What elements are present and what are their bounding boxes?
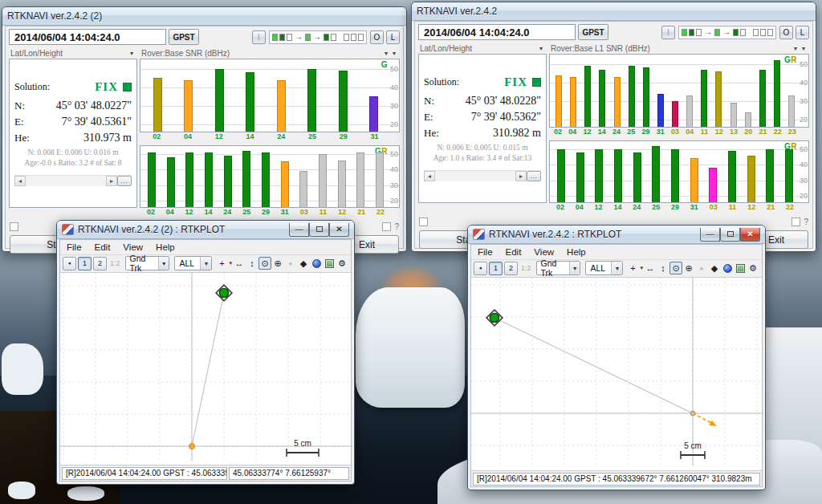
sat-label: 21 [755,128,770,137]
menu-view[interactable]: View [534,247,554,257]
menu-file[interactable]: File [478,247,493,257]
satellite-filter-dropdown[interactable]: ALL▼ [174,256,212,270]
menu-help[interactable]: Help [156,242,175,252]
plot-type-dropdown[interactable]: Gnd Trk▼ [536,261,581,275]
options-icon[interactable]: ⚙ [747,262,759,274]
chevron-down-icon[interactable]: ▾ [382,50,390,57]
maximize-button[interactable] [309,223,329,237]
animation-icon[interactable]: ◆ [297,257,310,270]
menu-view[interactable]: View [123,242,143,252]
solution-status: FIX [504,75,527,89]
chevron-down-icon[interactable]: ▾ [791,45,800,52]
input-stream-button[interactable]: I [661,26,675,39]
fit-horizontal-icon[interactable]: ↔ [644,262,657,274]
map-view-icon[interactable] [734,262,747,274]
help-icon[interactable]: ? [394,222,399,231]
solution-indicator [123,83,132,91]
chevron-down-icon[interactable]: ▾ [800,45,808,52]
sat-label: 14 [234,132,266,142]
minimize-button[interactable]: — [700,228,720,242]
fit-vertical-icon[interactable]: ↕ [657,262,669,274]
center-origin-icon[interactable]: ⊙ [258,257,271,270]
maximize-button[interactable] [720,228,740,242]
scroll-left-icon[interactable]: ◂ [424,171,435,181]
fit-horizontal-icon[interactable]: ↔ [233,257,246,270]
snr-panel-header[interactable]: Rover:Base SNR (dBHz)▾▾ [140,47,400,59]
minimize-button[interactable]: — [289,223,309,237]
help-icon[interactable]: ? [804,217,808,226]
show-point-icon[interactable]: ● [284,257,297,270]
titlebar[interactable]: RTKNAVI ver.2.4.2 [412,2,816,21]
arrow-icon: → [704,28,712,36]
status-bar: [R]2014/06/04 14:04:24.00 GPST : 45.0633… [60,465,351,481]
height-value: 310.973 m [83,132,132,144]
close-button[interactable]: ✕ [740,228,760,242]
show-point-icon[interactable]: ● [695,262,708,274]
more-button[interactable]: ... [117,176,132,186]
more-button[interactable]: ... [527,171,541,181]
google-earth-icon[interactable] [310,257,323,270]
chevron-down-icon[interactable]: ▾ [537,45,545,52]
solution1-button[interactable]: 1 [78,257,92,270]
titlebar[interactable]: RTKNAVI ver.2.4.2 (2) : RTKPLOT — ✕ [57,221,354,239]
stream-cell-off [331,34,336,41]
snr-bar-21 [766,149,774,202]
sat-label: 22 [780,203,800,213]
scroll-right-icon[interactable]: ▸ [106,176,117,186]
google-earth-icon[interactable] [721,262,734,274]
log-stream-button[interactable]: L [386,30,400,44]
output-stream-button[interactable]: O [779,26,793,39]
menu-edit[interactable]: Edit [506,247,522,257]
sat-label: 31 [275,208,295,217]
snr-panel-header[interactable]: Rover:Base L1 SNR (dBHz)▾▾ [549,43,809,54]
plot-type-dropdown[interactable]: Gnd Trk▼ [125,256,170,270]
stream-status-indicator: →→ [269,30,367,44]
titlebar[interactable]: RTKNAVI ver.2.4.2 : RTKPLOT — ✕ [468,226,765,244]
scroll-left-icon[interactable]: ◂ [14,176,26,186]
time-system-button[interactable]: GPST [169,29,199,45]
tray-square-icon[interactable] [382,222,391,231]
drag-mode-icon[interactable]: + [626,262,639,274]
horizontal-scrollbar[interactable]: ◂▸... [424,170,541,182]
scroll-right-icon[interactable]: ▸ [515,171,527,181]
ground-track-plot[interactable]: 5 cm [60,273,351,465]
options-icon[interactable]: ⚙ [336,257,348,270]
menu-edit[interactable]: Edit [95,242,111,252]
input-stream-button[interactable]: I [252,30,266,44]
menu-file[interactable]: File [67,242,82,252]
animation-icon[interactable]: ◆ [708,262,721,274]
dropdown-caret-icon[interactable]: ▾ [229,260,232,266]
dropdown-caret-icon[interactable]: ▾ [640,265,643,271]
snr-bar-14 [246,72,254,132]
solution-toggle-button[interactable]: ▪ [63,257,76,270]
window-controls: — ✕ [700,228,760,242]
solution-panel-header[interactable]: Lat/Lon/Height▾ [9,47,137,59]
titlebar[interactable]: RTKNAVI ver.2.4.2 (2) [2,7,406,26]
fix-center-icon[interactable]: ⊕ [682,262,695,274]
snr-bar-20 [745,112,751,127]
horizontal-scrollbar[interactable]: ◂▸... [14,175,132,187]
solution1-button[interactable]: 1 [489,262,503,275]
chevron-down-icon[interactable]: ▾ [390,50,398,57]
solution2-button[interactable]: 2 [93,257,107,270]
map-view-icon[interactable] [323,257,336,270]
menu-help[interactable]: Help [567,247,586,257]
solution2-button[interactable]: 2 [504,262,518,275]
output-stream-button[interactable]: O [370,30,384,44]
tray-square-icon[interactable] [791,217,800,226]
fix-center-icon[interactable]: ⊕ [271,257,284,270]
time-system-button[interactable]: GPST [578,24,608,40]
drag-mode-icon[interactable]: + [215,257,228,270]
satellite-filter-dropdown[interactable]: ALL▼ [585,261,623,275]
sat-label: 14 [595,128,609,137]
log-stream-button[interactable]: L [796,26,809,39]
chevron-down-icon[interactable]: ▾ [128,50,136,57]
solution-toggle-button[interactable]: ▪ [474,262,487,275]
stream-cell-dim [689,29,694,36]
ground-track-plot[interactable]: 5 cm [471,278,762,471]
close-button[interactable]: ✕ [329,223,349,237]
snr-bar-29 [671,149,679,202]
solution-panel-header[interactable]: Lat/Lon/Height▾ [418,43,547,54]
center-origin-icon[interactable]: ⊙ [669,262,682,274]
fit-vertical-icon[interactable]: ↕ [246,257,258,270]
